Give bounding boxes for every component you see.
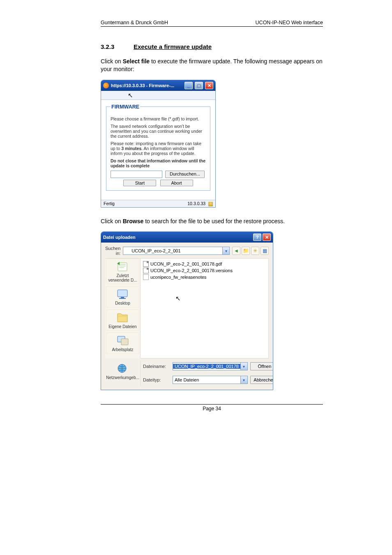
chevron-down-icon[interactable]: ▾ xyxy=(240,363,247,370)
up-one-level-icon[interactable]: 📁 xyxy=(242,247,250,255)
network-icon xyxy=(116,362,130,375)
recent-docs-icon xyxy=(116,260,130,273)
intro-paragraph: Click on Select file to execute the firm… xyxy=(101,58,323,73)
views-icon[interactable]: ▦ xyxy=(261,247,269,255)
places-mydocs-label: Eigene Dateien xyxy=(108,325,138,329)
cancel-button[interactable]: Abbrechen xyxy=(250,376,273,384)
cursor-icon: ↖ xyxy=(175,295,181,302)
firmware-text-3: Please note: importing a new firmware ca… xyxy=(111,141,206,156)
firmware-fieldset: FIRMWARE Please choose a firmware file (… xyxy=(106,104,210,191)
cursor-icon: ↖ xyxy=(128,92,133,99)
section-heading: 3.2.3 Execute a firmware update xyxy=(101,43,323,50)
places-mydocs[interactable]: Eigene Dateien xyxy=(106,310,139,331)
chevron-down-icon[interactable]: ▾ xyxy=(240,376,247,384)
filename-combo[interactable]: UCON_IP_eco-2_2_001_00178 ▾ xyxy=(173,362,248,370)
filename-value: UCON_IP_eco-2_2_001_00178 xyxy=(173,364,240,369)
chevron-down-icon[interactable]: ▾ xyxy=(222,247,229,254)
file-dialog: Datei uploaden ? ✕ Suchen in: UCON_IP_ec… xyxy=(101,231,273,390)
header-left: Guntermann & Drunck GmbH xyxy=(101,20,168,25)
places-mycomputer[interactable]: Arbeitsplatz xyxy=(106,333,139,354)
browser-toolbar: ↖ xyxy=(101,91,215,100)
file-item[interactable]: UCON_IP_eco-2_2_001_00178.versions xyxy=(143,268,266,273)
places-mycomputer-label: Arbeitsplatz xyxy=(108,348,138,352)
close-button[interactable]: ✕ xyxy=(205,82,213,89)
file-name: uconipeco_fw_releasenotes xyxy=(150,275,206,280)
places-desktop[interactable]: Desktop xyxy=(106,286,139,308)
places-network-label: Netzwerkumgeb... xyxy=(106,376,139,380)
my-computer-icon xyxy=(116,334,130,347)
firmware-window: https://10.3.0.33 - Firmware-... _ ▢ ✕ ↖… xyxy=(101,80,216,208)
abort-button[interactable]: Abort xyxy=(160,180,193,186)
places-network[interactable]: Netzwerkumgeb... xyxy=(105,361,141,382)
svg-rect-5 xyxy=(121,339,128,345)
file-icon xyxy=(143,268,149,273)
lock-icon xyxy=(208,202,213,206)
maximize-button[interactable]: ▢ xyxy=(195,82,203,89)
section-title: Execute a firmware update xyxy=(134,43,212,50)
firmware-window-title: https://10.3.0.33 - Firmware-... xyxy=(111,83,182,88)
back-icon[interactable]: ◄ xyxy=(232,247,240,255)
firmware-legend: FIRMWARE xyxy=(111,104,140,110)
start-button[interactable]: Start xyxy=(123,180,156,186)
status-left: Fertig xyxy=(104,201,115,206)
section-number: 3.2.3 xyxy=(101,43,134,50)
browse-button[interactable]: Durchsuchen... xyxy=(165,171,205,178)
minimize-button[interactable]: _ xyxy=(184,82,193,89)
places-recent-label: Zuletzt verwendete D... xyxy=(108,274,138,282)
help-button[interactable]: ? xyxy=(253,234,261,241)
places-recent[interactable]: Zuletzt verwendete D... xyxy=(106,259,139,284)
file-name: UCON_IP_eco-2_2_001_00178.gdf xyxy=(150,261,222,266)
filetype-value: Alle Dateien xyxy=(173,377,240,382)
file-list[interactable]: UCON_IP_eco-2_2_001_00178.gdf UCON_IP_ec… xyxy=(141,258,269,358)
file-item[interactable]: uconipeco_fw_releasenotes xyxy=(143,274,266,280)
firmware-text-4: Do not close that information window unt… xyxy=(111,158,206,168)
firmware-titlebar: https://10.3.0.33 - Firmware-... _ ▢ ✕ xyxy=(101,80,215,91)
file-icon xyxy=(143,274,149,280)
svg-rect-3 xyxy=(119,298,126,299)
svg-rect-2 xyxy=(121,297,124,298)
lookin-combo[interactable]: UCON_IP_eco-2_2_001 ▾ xyxy=(123,247,230,255)
new-folder-icon[interactable]: ✳ xyxy=(251,247,259,255)
filetype-combo[interactable]: Alle Dateien ▾ xyxy=(173,376,248,384)
desktop-icon xyxy=(116,288,130,301)
between-paragraph: Click on Browse to search for the file t… xyxy=(101,217,323,225)
lookin-label: Suchen in: xyxy=(105,246,120,256)
statusbar: Fertig 10.3.0.33 xyxy=(101,200,215,207)
firmware-text-1: Please choose a firmware file (*.gdf) to… xyxy=(111,116,206,121)
status-ip: 10.3.0.33 xyxy=(187,201,205,206)
places-desktop-label: Desktop xyxy=(108,301,138,306)
svg-rect-1 xyxy=(118,290,127,297)
firefox-icon xyxy=(103,83,109,88)
file-dialog-titlebar: Datei uploaden ? ✕ xyxy=(101,232,273,243)
file-item[interactable]: UCON_IP_eco-2_2_001_00178.gdf xyxy=(143,261,266,267)
filetype-label: Dateityp: xyxy=(143,377,170,382)
file-icon xyxy=(143,261,149,267)
close-button[interactable]: ✕ xyxy=(263,234,271,241)
open-button[interactable]: Öffnen xyxy=(250,362,273,370)
file-dialog-title: Datei uploaden xyxy=(103,235,253,240)
page-footer: Page 34 xyxy=(101,404,323,412)
header-right: UCON-IP-NEO Web interface xyxy=(256,20,323,25)
places-bar: Zuletzt verwendete D... Desktop xyxy=(105,258,141,358)
firmware-file-input[interactable] xyxy=(111,171,162,178)
filename-label: Dateiname: xyxy=(143,364,170,369)
my-documents-icon xyxy=(116,311,130,324)
firmware-text-2: The saved network configuration won't be… xyxy=(111,124,206,139)
file-name: UCON_IP_eco-2_2_001_00178.versions xyxy=(150,268,233,273)
